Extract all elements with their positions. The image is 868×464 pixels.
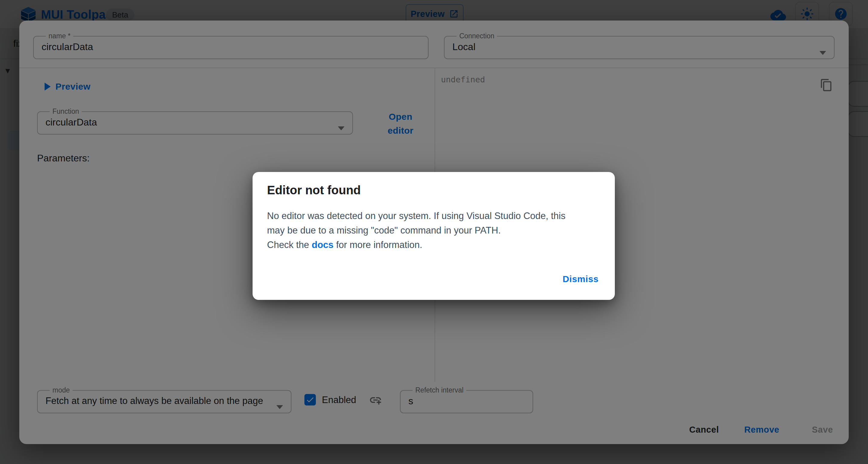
- modal-body-text: Check the: [267, 239, 312, 250]
- modal-body: No editor was detected on your system. I…: [267, 209, 601, 252]
- editor-not-found-modal: Editor not found No editor was detected …: [253, 172, 615, 300]
- modal-body-line: may be due to a missing "code" command i…: [267, 223, 601, 238]
- modal-body-line: Check the docs for more information.: [267, 238, 601, 252]
- modal-title: Editor not found: [267, 183, 361, 197]
- modal-body-line: No editor was detected on your system. I…: [267, 209, 601, 223]
- dismiss-button[interactable]: Dismiss: [555, 270, 606, 288]
- modal-body-text: for more information.: [334, 239, 423, 250]
- docs-link[interactable]: docs: [312, 239, 333, 250]
